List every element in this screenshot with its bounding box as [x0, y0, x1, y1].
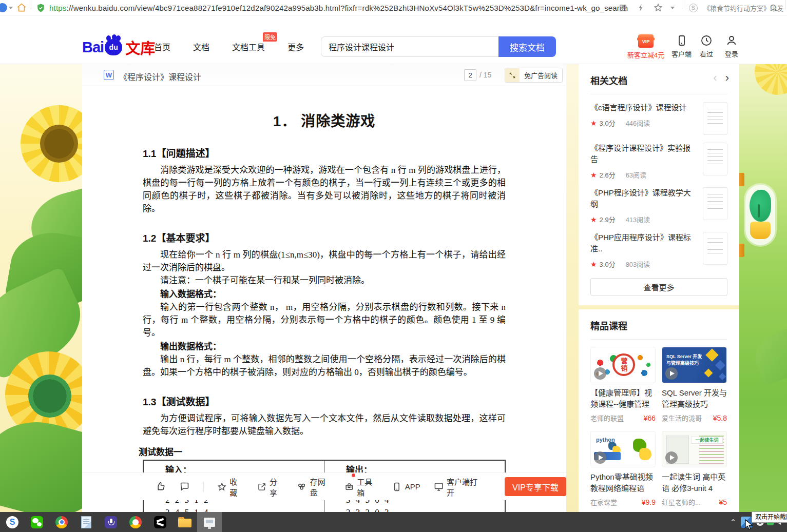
qr-code-icon[interactable] — [619, 0, 627, 15]
phone-icon — [392, 482, 402, 492]
play-icon — [594, 367, 606, 380]
related-doc-item[interactable]: 《PHP程序设计》课程教学大纲 ★ 2.9分 413阅读 — [590, 187, 727, 224]
login-label: 登录 — [725, 49, 738, 58]
divider — [590, 94, 727, 94]
table-row: 3 4 5 1 4 2 3 2 0 3 — [143, 506, 505, 512]
taskbar-active-screenshot-app[interactable] — [197, 512, 222, 532]
star-icon — [217, 482, 226, 492]
divider — [590, 339, 727, 340]
history-entry[interactable]: 看过 — [700, 34, 713, 58]
browser-chrome: https://wenku.baidu.com/view/4bc971cea88… — [0, 0, 787, 15]
toolbox-button[interactable]: 工具箱 — [344, 476, 378, 498]
taskbar-wechat[interactable] — [25, 512, 49, 532]
taskbar-chrome[interactable] — [49, 512, 74, 532]
divider — [682, 0, 682, 9]
document-viewer-panel: W 《程序设计》课程设计 2 / 15 免广告阅读 1． 消除类游戏 1.1【问… — [82, 64, 566, 512]
tray-chevron-up-icon[interactable]: ⌃ — [725, 518, 741, 527]
site-security-shield-icon[interactable] — [36, 0, 46, 15]
user-icon — [725, 34, 738, 47]
nav-home[interactable]: 首页 — [154, 41, 170, 53]
nav-docs[interactable]: 文档 — [193, 41, 209, 53]
taskbar-browser-2[interactable] — [123, 512, 148, 532]
baidu-wenku-logo[interactable]: Bai du 文库 — [82, 36, 155, 58]
baidu-paw-icon: du — [105, 39, 122, 55]
url-scheme: https — [49, 4, 67, 12]
mouse-cursor — [744, 519, 755, 530]
save-to-netdisk-button[interactable]: 存网盘 — [297, 476, 331, 498]
plant-capsule-illustration — [745, 185, 775, 245]
divider — [785, 0, 785, 9]
course-card[interactable]: 营销 【健康管理师】视频课程--健康管理概论 老师的联盟 ¥66 — [590, 347, 656, 423]
rating-star-icon: ★ — [590, 171, 597, 179]
course-card[interactable]: 一起读生词 一起读生词 高中英语 必修3-unit 4 红星老师的... ¥5 — [662, 431, 727, 507]
view-more-button[interactable]: 查看更多 — [590, 278, 727, 296]
nav-more[interactable]: 更多 — [287, 41, 304, 53]
open-in-client-button[interactable]: 客户端打开 — [434, 476, 482, 498]
taskbar-sogou-browser[interactable]: S — [0, 512, 25, 532]
document-page[interactable]: 1． 消除类游戏 1.1【问题描述】 消除类游戏是深受大众欢迎的一种游戏，游戏在… — [82, 86, 566, 512]
taskbar-voice-app[interactable] — [99, 512, 123, 532]
share-button[interactable]: 分享 — [257, 476, 284, 498]
related-doc-item[interactable]: 《PHP应用程序设计》课程标准.. ★ 3.0分 803阅读 — [590, 232, 727, 269]
sogou-icon: S — [6, 516, 18, 528]
comment-button[interactable] — [179, 481, 190, 492]
favorite-button[interactable]: 收藏 — [217, 476, 244, 498]
screen-app-icon — [204, 518, 215, 527]
taskbar-file-explorer[interactable] — [172, 512, 197, 532]
bookmark-caret-icon[interactable] — [670, 0, 675, 15]
client-entry[interactable]: 客户端 — [671, 34, 692, 58]
word-doc-icon: W — [104, 70, 114, 80]
chevron-left-icon[interactable]: ‹ — [713, 71, 717, 84]
doc-search: 搜索文档 — [321, 36, 556, 57]
price: ¥5.8 — [713, 414, 727, 422]
taskbar-capcut[interactable] — [148, 512, 172, 532]
course-grid: 营销 【健康管理师】视频课程--健康管理概论 老师的联盟 ¥66 SQL Ser… — [590, 347, 727, 507]
flash-icon[interactable] — [637, 0, 645, 15]
related-doc-item[interactable]: 《c语言程序设计》课程设计 ★ 3.0分 446阅读 — [590, 102, 727, 135]
search-input[interactable] — [321, 36, 498, 57]
history-label: 看过 — [700, 49, 713, 58]
thumbs-up-icon — [155, 481, 166, 492]
search-button[interactable]: 搜索文档 — [498, 36, 556, 57]
document-toolbar: 收藏 分享 存网盘 工具箱 APP 客户端打开 VIP专享下载 — [82, 472, 566, 500]
sunflower-illustration — [755, 64, 787, 95]
login-entry[interactable]: 登录 — [725, 34, 738, 58]
share-icon — [257, 482, 266, 492]
bookmark-star-icon[interactable] — [654, 0, 663, 15]
home-icon[interactable] — [16, 0, 27, 15]
related-doc-item[interactable]: 《程序设计课程设计》实验报告 ★ 2.6分 63阅读 — [590, 143, 727, 180]
carousel-arrows: ‹ › — [713, 71, 729, 85]
course-card[interactable]: python Python零基础视频教程网络编程语言... 在家课堂 ¥9.9 — [590, 431, 656, 507]
promo-label: 新客立减4元 — [627, 50, 664, 60]
ad-free-reading-button[interactable]: 免广告阅读 — [505, 68, 563, 83]
vip-gift-icon: VIP — [638, 34, 654, 48]
url-bar[interactable]: https://wenku.baidu.com/view/4bc971cea88… — [49, 0, 628, 15]
nav-doc-tools[interactable]: 文档工具 限免 — [232, 41, 265, 53]
taskbar-notepad[interactable] — [74, 512, 99, 532]
page-number-input[interactable]: 2 — [464, 69, 476, 81]
related-docs-card: 相关文档 ‹ › 《c语言程序设计》课程设计 ★ 3.0分 446阅读 《程序设… — [579, 64, 739, 305]
snip-tooltip: 双击开始截图 — [752, 511, 787, 523]
vip-download-button[interactable]: VIP专享下载 — [505, 477, 566, 496]
right-skin-illustration[interactable] — [739, 64, 787, 512]
doc-paragraph: 请注意：一个棋子可能在某一行和某一列同时被消除。 — [143, 274, 506, 287]
doc-paragraph: 为方便调试程序，可将输入数据先写入一个文本文件，然后从文件读取数据处理，这样可避… — [143, 412, 506, 438]
play-icon — [665, 367, 678, 380]
search-magnifier-icon[interactable] — [769, 0, 778, 15]
tab-favicon — [0, 0, 8, 15]
doc-section-1-2: 1.2【基本要求】 — [143, 230, 506, 244]
wenku-header: Bai du 文库 首页 文档 文档工具 限免 更多 搜索文档 VIP 新客立减… — [0, 28, 787, 64]
app-button[interactable]: APP — [392, 482, 420, 492]
new-user-promo[interactable]: VIP 新客立减4元 — [627, 34, 664, 60]
rating-star-icon: ★ — [590, 119, 597, 127]
tab-caret-icon[interactable] — [9, 0, 13, 15]
rating-star-icon: ★ — [590, 260, 597, 268]
course-thumbnail-english: 一起读生词 — [662, 431, 727, 467]
chevron-right-icon[interactable]: › — [725, 71, 729, 84]
course-thumbnail-sqlserver: SQL Server 开发与管理高级技巧 — [662, 347, 727, 383]
document-title: 《程序设计》课程设计 — [119, 70, 201, 83]
play-icon — [594, 451, 606, 464]
left-skin-illustration[interactable] — [0, 64, 82, 512]
like-button[interactable] — [155, 481, 166, 492]
course-card[interactable]: SQL Server 开发与管理高级技巧 SQL Server 开发与管理高级技… — [662, 347, 727, 423]
